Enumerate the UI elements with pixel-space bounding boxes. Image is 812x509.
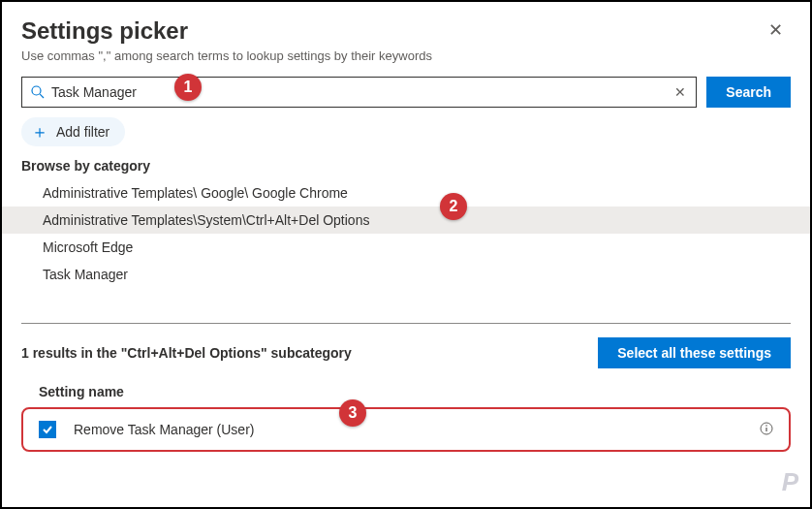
svg-line-1: [40, 94, 44, 98]
info-icon[interactable]: [760, 422, 773, 438]
checkmark-icon: [42, 424, 53, 435]
page-subtitle: Use commas "," among search terms to loo…: [21, 48, 432, 63]
category-item[interactable]: Microsoft Edge: [2, 234, 810, 261]
results-summary: 1 results in the "Ctrl+Alt+Del Options" …: [21, 345, 352, 361]
setting-checkbox[interactable]: [39, 421, 56, 438]
setting-label: Remove Task Manager (User): [74, 422, 760, 437]
setting-name-column-header: Setting name: [21, 378, 791, 405]
select-all-button[interactable]: Select all these settings: [598, 337, 791, 368]
category-item[interactable]: Administrative Templates\System\Ctrl+Alt…: [2, 207, 810, 234]
search-box[interactable]: ✕: [21, 77, 697, 108]
clear-search-icon[interactable]: ✕: [672, 84, 688, 100]
category-item[interactable]: Administrative Templates\ Google\ Google…: [2, 179, 810, 207]
search-icon: [30, 84, 46, 100]
setting-row-highlight: Remove Task Manager (User): [21, 407, 791, 452]
svg-point-0: [32, 86, 41, 95]
category-list: Administrative Templates\ Google\ Google…: [2, 179, 810, 288]
setting-row[interactable]: Remove Task Manager (User): [27, 413, 785, 446]
browse-by-category-label: Browse by category: [21, 158, 791, 174]
search-input[interactable]: [46, 84, 672, 100]
page-title: Settings picker: [21, 17, 432, 45]
svg-point-4: [765, 425, 767, 427]
watermark: P: [782, 467, 796, 497]
add-filter-button[interactable]: ＋ Add filter: [21, 117, 125, 146]
plus-icon: ＋: [31, 123, 48, 141]
search-button[interactable]: Search: [706, 77, 791, 108]
add-filter-label: Add filter: [56, 124, 109, 140]
category-item[interactable]: Task Manager: [2, 261, 810, 288]
divider: [21, 323, 791, 324]
close-icon[interactable]: ✕: [761, 17, 791, 43]
